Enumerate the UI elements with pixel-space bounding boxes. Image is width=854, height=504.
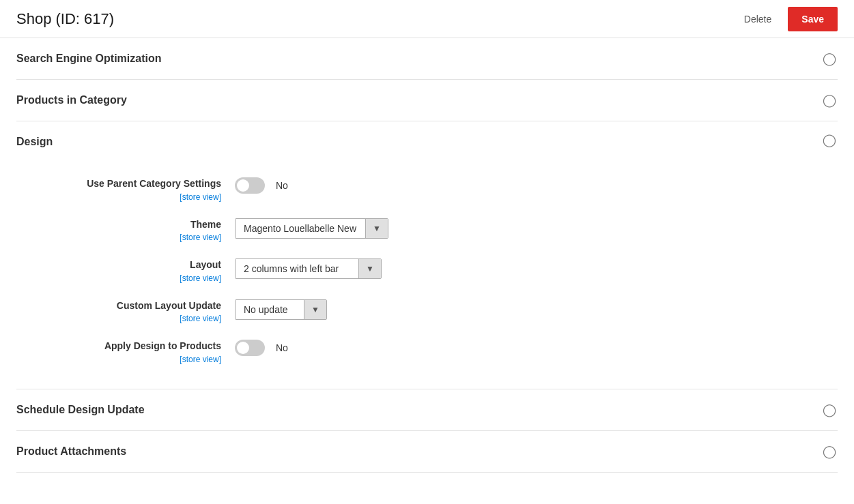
custom-layout-dropdown-arrow-icon: ▼ (311, 305, 319, 314)
use-parent-label: Use Parent Category Settings (16, 177, 221, 191)
layout-select-value: 2 columns with left bar (236, 259, 358, 278)
product-attachments-chevron-icon: ◯ (821, 443, 838, 460)
layout-row: Layout [store view] 2 columns with left … (16, 250, 838, 291)
product-attachments-accordion-header[interactable]: Product Attachments ◯ (16, 431, 838, 472)
custom-layout-row: Custom Layout Update [store view] No upd… (16, 291, 838, 332)
theme-label-group: Theme [store view] (16, 218, 235, 243)
use-parent-slider (235, 177, 265, 194)
custom-layout-dropdown-button[interactable]: ▼ (304, 300, 326, 319)
products-section: Products in Category ◯ (16, 80, 838, 121)
use-parent-toggle[interactable] (235, 177, 265, 194)
seo-chevron-icon: ◯ (821, 50, 838, 67)
theme-control: Magento Louellabelle New ▼ (235, 218, 388, 239)
use-parent-sub-label: [store view] (16, 192, 221, 202)
custom-layout-select-value: No update (236, 300, 304, 319)
apply-design-control: No (235, 340, 288, 356)
theme-label: Theme (16, 218, 221, 232)
layout-dropdown-arrow-icon: ▼ (366, 264, 374, 273)
theme-dropdown-arrow-icon: ▼ (373, 224, 381, 233)
schedule-design-chevron-icon: ◯ (821, 402, 838, 418)
seo-section: Search Engine Optimization ◯ (16, 38, 838, 80)
product-attachments-section: Product Attachments ◯ (16, 431, 838, 473)
layout-dropdown-button[interactable]: ▼ (358, 259, 381, 278)
use-parent-value-label: No (276, 180, 288, 191)
theme-select-value: Magento Louellabelle New (236, 219, 365, 238)
design-section-body: Use Parent Category Settings [store view… (16, 162, 838, 389)
products-title: Products in Category (16, 94, 127, 106)
layout-select[interactable]: 2 columns with left bar ▼ (235, 258, 382, 279)
page-header: Shop (ID: 617) Delete Save (0, 0, 854, 38)
page-title: Shop (ID: 617) (16, 10, 114, 28)
page-wrapper: Shop (ID: 617) Delete Save Search Engine… (0, 0, 854, 504)
apply-design-row: Apply Design to Products [store view] No (16, 331, 838, 372)
delete-button[interactable]: Delete (733, 8, 782, 30)
content-area: Search Engine Optimization ◯ Products in… (0, 38, 854, 473)
products-accordion-header[interactable]: Products in Category ◯ (16, 80, 838, 121)
custom-layout-select[interactable]: No update ▼ (235, 299, 327, 320)
apply-design-label: Apply Design to Products (16, 340, 221, 353)
theme-dropdown-button[interactable]: ▼ (365, 219, 388, 238)
design-accordion-header[interactable]: Design ◯ (16, 121, 838, 162)
theme-select[interactable]: Magento Louellabelle New ▼ (235, 218, 388, 239)
design-title: Design (16, 136, 53, 148)
schedule-design-accordion-header[interactable]: Schedule Design Update ◯ (16, 389, 838, 430)
use-parent-label-group: Use Parent Category Settings [store view… (16, 177, 235, 202)
schedule-design-title: Schedule Design Update (16, 404, 145, 416)
apply-design-value-label: No (276, 342, 288, 353)
save-button[interactable]: Save (788, 7, 838, 31)
layout-label-group: Layout [store view] (16, 258, 235, 283)
schedule-design-section: Schedule Design Update ◯ (16, 389, 838, 431)
product-attachments-title: Product Attachments (16, 445, 126, 458)
products-chevron-icon: ◯ (821, 92, 838, 108)
header-actions: Delete Save (733, 7, 838, 31)
design-chevron-icon: ◯ (821, 134, 838, 150)
use-parent-control: No (235, 177, 288, 194)
design-section: Design ◯ Use Parent Category Settings [s… (16, 121, 838, 389)
seo-title: Search Engine Optimization (16, 53, 161, 65)
custom-layout-label-group: Custom Layout Update [store view] (16, 299, 235, 324)
theme-row: Theme [store view] Magento Louellabelle … (16, 210, 838, 251)
layout-sub-label: [store view] (16, 273, 221, 283)
layout-control: 2 columns with left bar ▼ (235, 258, 382, 279)
apply-design-slider (235, 340, 265, 356)
custom-layout-label: Custom Layout Update (16, 299, 221, 313)
use-parent-row: Use Parent Category Settings [store view… (16, 169, 838, 210)
custom-layout-control: No update ▼ (235, 299, 327, 320)
theme-sub-label: [store view] (16, 233, 221, 242)
apply-design-toggle[interactable] (235, 340, 265, 356)
layout-label: Layout (16, 258, 221, 272)
apply-design-label-group: Apply Design to Products [store view] (16, 340, 235, 364)
seo-accordion-header[interactable]: Search Engine Optimization ◯ (16, 38, 838, 79)
apply-design-sub-label: [store view] (16, 355, 221, 364)
custom-layout-sub-label: [store view] (16, 314, 221, 323)
